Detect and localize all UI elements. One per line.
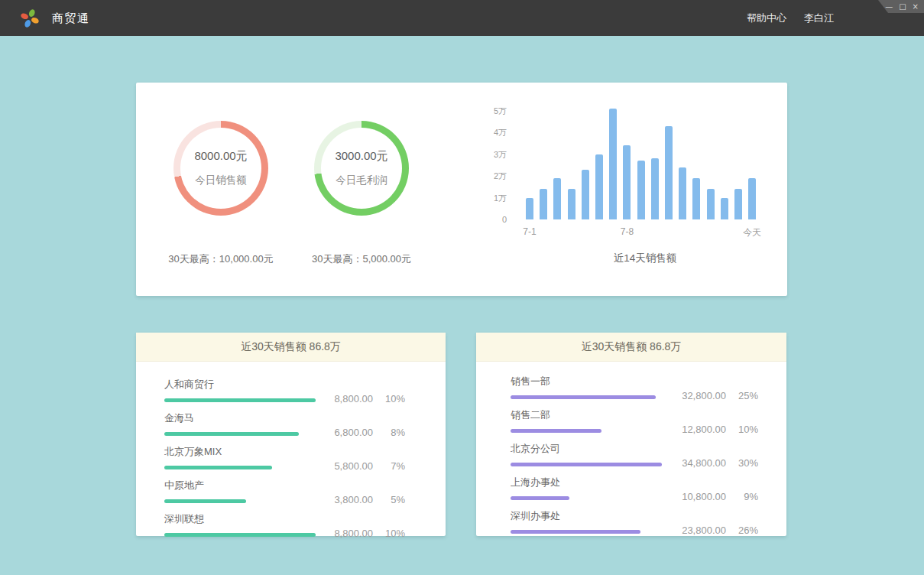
sales-bar (651, 158, 659, 219)
rank-percent: 8% (373, 427, 405, 438)
sales-bar (582, 170, 589, 219)
rank-row: 深圳联想8,800.0010% (164, 512, 405, 537)
y-axis-tick: 5万 (494, 106, 507, 117)
today-sales-value: 8000.00元 (194, 149, 247, 164)
titlebar: 商贸通 帮助中心 李白江 — □ × (0, 0, 924, 36)
today-profit-label: 今日毛利润 (336, 174, 387, 187)
rank-label: 北京分公司 (511, 442, 662, 456)
logo-petal-red (20, 12, 29, 20)
today-profit-value: 3000.00元 (335, 149, 387, 164)
sales-bar (721, 198, 728, 219)
rank-label: 金海马 (164, 411, 316, 425)
x-axis-tick: 7-1 (523, 226, 536, 237)
today-profit-donut: 3000.00元 今日毛利润 (314, 121, 409, 216)
rank-row-left: 深圳联想 (164, 512, 316, 537)
window-controls: — □ × (878, 0, 924, 13)
today-sales-donut-center: 8000.00元 今日销售额 (180, 128, 261, 209)
y-axis-tick: 3万 (494, 148, 507, 160)
rank-bar (164, 398, 316, 402)
rank-label: 北京万象MIX (164, 445, 316, 459)
department-sales-rank-list: 销售一部32,800.0025%销售二部12,800.0010%北京分公司34,… (476, 362, 786, 534)
rank-row: 中原地产3,800.005% (164, 479, 405, 503)
sales-bar (553, 178, 561, 219)
rank-value: 5,800.00 (316, 460, 373, 472)
rank-label: 中原地产 (164, 479, 316, 492)
bar-chart-y-axis: 5万4万3万2万1万0 (457, 83, 507, 296)
x-axis-tick: 今天 (743, 226, 761, 239)
rank-bar (164, 432, 299, 436)
rank-value: 32,800.00 (662, 390, 726, 401)
rank-row-left: 上海办事处 (511, 476, 662, 500)
rank-label: 人和商贸行 (164, 378, 316, 391)
bar-chart-x-axis: 7-17-8今天 (526, 226, 764, 239)
customer-sales-rank-list: 人和商贸行8,800.0010%金海马6,800.008%北京万象MIX5,80… (136, 362, 446, 537)
rank-bar (511, 530, 640, 534)
rank-row-left: 深圳办事处 (511, 509, 662, 534)
rank-percent: 25% (726, 390, 758, 401)
sales-bar (623, 145, 631, 219)
rank-percent: 7% (373, 460, 405, 472)
today-sales-label: 今日销售额 (195, 174, 247, 187)
rank-bar (511, 463, 662, 466)
user-name-link[interactable]: 李白江 (804, 0, 834, 36)
rank-bar (511, 496, 569, 500)
rank-card-title: 近30天销售额 86.8万 (476, 333, 786, 362)
rank-value: 10,800.00 (662, 491, 726, 502)
rank-percent: 5% (373, 494, 405, 505)
help-center-link[interactable]: 帮助中心 (747, 0, 786, 36)
rank-value: 23,800.00 (662, 525, 726, 536)
close-icon[interactable]: × (913, 3, 919, 11)
rank-value: 34,800.00 (662, 457, 726, 469)
rank-row: 北京万象MIX5,800.007% (164, 445, 405, 469)
sales-bar (734, 189, 742, 219)
rank-label: 深圳办事处 (511, 509, 662, 523)
today-sales-donut: 8000.00元 今日销售额 (173, 121, 268, 216)
rank-label: 深圳联想 (164, 512, 316, 526)
app-logo-pinwheel-icon (20, 8, 40, 28)
rank-row-left: 人和商贸行 (164, 378, 316, 402)
sales-bar (692, 178, 700, 219)
rank-row-left: 中原地产 (164, 479, 316, 503)
rank-row: 金海马6,800.008% (164, 411, 405, 436)
maximize-icon[interactable]: □ (899, 3, 906, 11)
rank-row: 销售二部12,800.0010% (511, 408, 758, 433)
profit-30d-max-note: 30天最高：5,000.00元 (270, 252, 453, 266)
sales-bar (665, 126, 673, 219)
sales-bar (568, 189, 575, 219)
sales-bar (595, 154, 603, 219)
today-profit-donut-center: 3000.00元 今日毛利润 (321, 128, 402, 209)
sales-bar (540, 189, 547, 219)
x-axis-tick: 7-8 (621, 226, 634, 237)
rank-bar (511, 429, 601, 433)
sales-bar (637, 161, 645, 219)
rank-row-left: 金海马 (164, 411, 316, 436)
rank-percent: 10% (373, 528, 405, 539)
rank-label: 销售二部 (511, 408, 662, 422)
rank-row-left: 销售一部 (511, 375, 662, 399)
rank-card-title: 近30天销售额 86.8万 (136, 333, 446, 362)
rank-percent: 30% (726, 457, 758, 469)
overview-card: 8000.00元 今日销售额 3000.00元 今日毛利润 30天最高：10,0… (136, 83, 787, 296)
app-title: 商贸通 (52, 0, 90, 36)
sales-bar (707, 189, 715, 219)
minimize-icon[interactable]: — (885, 3, 893, 11)
logo-petal-orange (31, 17, 40, 24)
rank-value: 6,800.00 (316, 427, 373, 438)
sales-14d-bar-chart (526, 110, 764, 219)
rank-row-left: 销售二部 (511, 408, 662, 433)
sales-bar (526, 198, 533, 219)
rank-percent: 10% (373, 393, 405, 404)
rank-row: 销售一部32,800.0025% (511, 375, 758, 399)
rank-row: 上海办事处10,800.009% (511, 476, 758, 500)
rank-label: 上海办事处 (511, 476, 662, 489)
rank-percent: 26% (726, 525, 758, 536)
rank-row: 深圳办事处23,800.0026% (511, 509, 758, 534)
rank-label: 销售一部 (511, 375, 662, 388)
rank-value: 3,800.00 (316, 494, 373, 505)
rank-bar (164, 466, 272, 469)
rank-percent: 10% (726, 424, 758, 435)
rank-row: 人和商贸行8,800.0010% (164, 378, 405, 402)
rank-value: 12,800.00 (662, 424, 726, 435)
rank-bar (164, 499, 246, 503)
logo-petal-blue (24, 19, 31, 28)
